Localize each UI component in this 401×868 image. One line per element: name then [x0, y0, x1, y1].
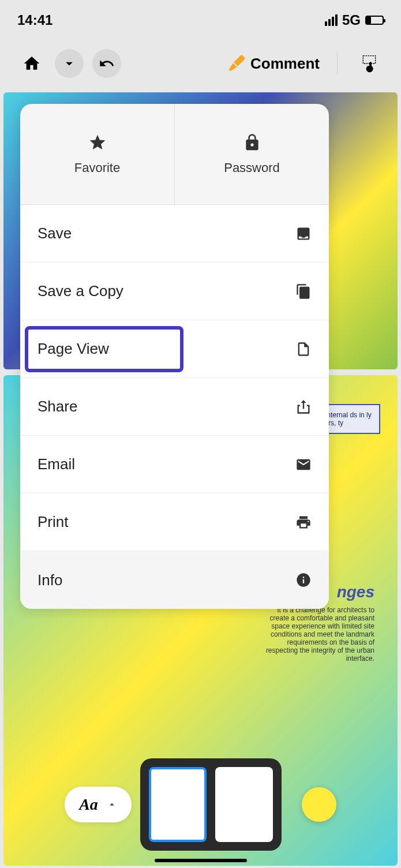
password-button[interactable]: Password [175, 104, 329, 205]
lock-icon [243, 133, 261, 152]
undo-button[interactable] [92, 49, 121, 78]
home-icon [23, 54, 41, 73]
print-menu-item[interactable]: Print [20, 493, 329, 551]
highlighter-icon [227, 54, 246, 73]
menu-item-label: Info [38, 571, 62, 589]
battery-icon [365, 16, 384, 25]
page-icon [295, 341, 312, 357]
favorite-label: Favorite [74, 160, 120, 175]
share-menu-item[interactable]: Share [20, 378, 329, 436]
menu-item-label: Save [38, 225, 72, 242]
menu-item-label: Save a Copy [38, 282, 123, 300]
menu-item-label: Page View [38, 340, 109, 358]
dropdown-menu: Favorite Password Save Save a Copy Page … [20, 104, 329, 609]
save-copy-menu-item[interactable]: Save a Copy [20, 263, 329, 320]
toolbar: Comment [0, 40, 401, 87]
password-label: Password [224, 160, 280, 175]
favorite-button[interactable]: Favorite [20, 104, 175, 205]
menu-item-label: Print [38, 513, 68, 531]
font-label: Aa [79, 795, 98, 814]
color-picker-button[interactable] [302, 787, 336, 822]
menu-item-label: Share [38, 398, 77, 416]
comment-button[interactable]: Comment [227, 54, 320, 73]
touch-icon [360, 54, 378, 73]
print-icon [295, 514, 312, 530]
clock-time: 14:41 [17, 12, 53, 28]
touch-mode-button[interactable] [355, 49, 384, 78]
svg-rect-0 [363, 56, 375, 63]
toolbar-divider [337, 52, 338, 75]
inbox-icon [295, 226, 312, 242]
undo-icon [99, 55, 115, 72]
email-menu-item[interactable]: Email [20, 436, 329, 493]
info-menu-item[interactable]: Info [20, 551, 329, 609]
screenshot-preview-bar [140, 758, 282, 851]
dropdown-toggle-button[interactable] [55, 49, 84, 78]
font-settings-button[interactable]: Aa [65, 787, 132, 822]
copy-icon [295, 283, 312, 300]
bottom-controls: Aa [0, 758, 401, 851]
signal-icon [325, 14, 338, 26]
document-paragraph: It is a challenge for architects to crea… [259, 606, 374, 663]
document-heading: nges [337, 583, 374, 601]
comment-label: Comment [250, 55, 320, 73]
page-view-menu-item[interactable]: Page View [20, 320, 329, 378]
screenshot-thumbnail-1[interactable] [149, 767, 207, 842]
home-button[interactable] [17, 49, 46, 78]
chevron-up-icon [107, 799, 117, 810]
share-icon [295, 399, 312, 415]
menu-item-label: Email [38, 455, 75, 473]
mail-icon [295, 457, 312, 473]
info-icon [295, 572, 312, 588]
chevron-down-icon [61, 55, 77, 72]
status-indicators: 5G [325, 12, 384, 28]
star-icon [88, 133, 107, 152]
status-bar: 14:41 5G [0, 0, 401, 40]
save-menu-item[interactable]: Save [20, 205, 329, 263]
screenshot-thumbnail-2[interactable] [215, 767, 273, 842]
network-label: 5G [342, 12, 361, 28]
home-indicator[interactable] [155, 859, 247, 862]
